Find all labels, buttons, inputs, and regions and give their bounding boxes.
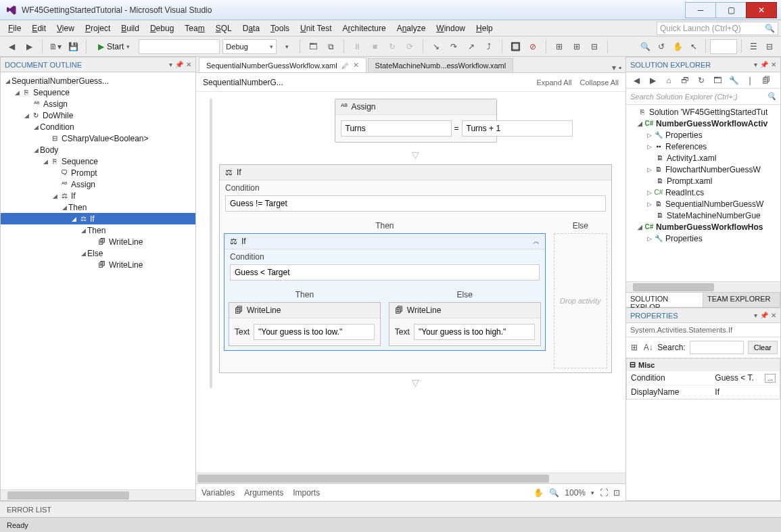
se-item-5[interactable]: 🗎StateMachineNumberGue — [626, 210, 780, 221]
menu-sql[interactable]: SQL — [210, 22, 237, 35]
tb-button-9[interactable]: ⊞ — [569, 39, 584, 54]
menu-window[interactable]: Window — [431, 22, 471, 35]
props-value[interactable]: Guess < T. — [715, 373, 753, 383]
tab-close-icon[interactable]: ✕ — [353, 61, 359, 70]
tree-root[interactable]: ◢SequentialNumberGuess... — [1, 75, 195, 87]
tb-button-14[interactable]: ⊟ — [762, 39, 777, 54]
minimize-button[interactable]: ─ — [685, 2, 716, 18]
writeline-then-activity[interactable]: 🗐WriteLine Text — [229, 302, 381, 346]
step-over-button[interactable]: ↷ — [446, 39, 461, 54]
se-btn-5[interactable]: 🗐 — [759, 73, 774, 88]
designer-canvas[interactable]: ᴬᴮAssign = ▽ ⚖If Condition Then — [196, 92, 625, 473]
tree-if2[interactable]: ◢⚖If — [1, 213, 195, 224]
se-proj2[interactable]: ◢C#NumberGuessWorkflowHos — [626, 221, 780, 233]
expand-all-link[interactable]: Expand All — [537, 78, 572, 87]
dropdown-icon[interactable]: ▾ — [754, 61, 757, 68]
dropdown-icon[interactable]: ▾ — [169, 61, 172, 68]
tb-button-1[interactable]: ▾ — [279, 39, 294, 54]
pin-icon[interactable]: 📌 — [175, 61, 183, 68]
close-panel-icon[interactable]: ✕ — [771, 61, 776, 68]
se-search-input[interactable]: Search Solution Explorer (Ctrl+;) 🔍 — [626, 89, 780, 105]
pin-icon[interactable]: 📌 — [760, 61, 768, 68]
tab-statemachine[interactable]: StateMachineNumb...essWorkflow.xaml — [368, 58, 514, 72]
arguments-link[interactable]: Arguments — [244, 488, 283, 498]
se-item-3[interactable]: ▷C#ReadInt.cs — [626, 187, 780, 198]
collapse-all-link[interactable]: Collapse All — [580, 78, 619, 87]
step-into-button[interactable]: ↘ — [429, 39, 444, 54]
writeline-then-text-input[interactable] — [254, 324, 375, 340]
inner-if-activity[interactable]: ⚖If︽ Condition Then 🗐WriteLine — [224, 233, 546, 351]
se-back-button[interactable]: ◀ — [629, 73, 644, 88]
assign-value-input[interactable] — [462, 120, 573, 137]
tb-button-7[interactable]: ⊘ — [525, 39, 540, 54]
se-item-1[interactable]: ▷🗎FlowchartNumberGuessW — [626, 164, 780, 175]
outer-if-condition-input[interactable] — [225, 195, 606, 212]
error-list-tab[interactable]: ERROR LIST — [0, 501, 781, 517]
tree-csharp[interactable]: ⊟CSharpValue<Boolean> — [1, 132, 195, 144]
tree-sequence[interactable]: ◢⎘Sequence — [1, 87, 195, 98]
pause-button[interactable]: ⏸ — [350, 39, 364, 54]
tab-solution-explorer[interactable]: SOLUTION EXPLOR... — [626, 293, 703, 307]
menu-unit-test[interactable]: Unit Test — [295, 22, 337, 35]
props-cat-button[interactable]: ⊞ — [629, 340, 639, 355]
close-button[interactable]: ✕ — [746, 2, 777, 18]
tabs-dropdown-icon[interactable]: ▾ — [612, 63, 616, 72]
se-item-2[interactable]: 🗎Prompt.xaml — [626, 175, 780, 187]
variables-link[interactable]: Variables — [202, 488, 235, 498]
menu-view[interactable]: View — [51, 22, 80, 35]
tree-if[interactable]: ◢⚖If — [1, 190, 195, 201]
nav-fwd-button[interactable]: ▶ — [22, 39, 37, 54]
tb-button-10[interactable]: ⊟ — [587, 39, 602, 54]
find-button[interactable]: 🔍 — [638, 39, 653, 54]
menu-edit[interactable]: Edit — [26, 22, 51, 35]
tb-button-13[interactable]: ☰ — [746, 39, 761, 54]
menu-tools[interactable]: Tools — [265, 22, 295, 35]
menu-file[interactable]: File — [3, 22, 26, 35]
se-references[interactable]: ▷▪▪References — [626, 141, 780, 152]
close-panel-icon[interactable]: ✕ — [186, 61, 191, 68]
overview-icon[interactable]: ⊡ — [613, 488, 620, 498]
props-category-misc[interactable]: ⊟Misc — [627, 359, 780, 370]
pin-icon[interactable]: 📌 — [760, 312, 768, 319]
step-out-button[interactable]: ↗ — [464, 39, 479, 54]
tree-assign2[interactable]: ᴬᴮAssign — [1, 178, 195, 190]
tabs-overflow-icon[interactable]: ▪ — [619, 63, 621, 72]
se-btn-1[interactable]: 🗗 — [678, 73, 692, 88]
menu-help[interactable]: Help — [471, 22, 498, 35]
se-properties[interactable]: ▷🔧Properties — [626, 129, 780, 141]
tree-else[interactable]: ◢Else — [1, 247, 195, 259]
tb-button-11[interactable]: ↺ — [654, 39, 669, 54]
restart-button[interactable]: ↻ — [385, 39, 400, 54]
inner-if-condition-input[interactable] — [230, 264, 540, 281]
tree-prompt[interactable]: 🗨Prompt — [1, 167, 195, 178]
props-search-input[interactable] — [690, 341, 744, 354]
writeline-else-activity[interactable]: 🗐WriteLine Text — [389, 302, 541, 346]
build-config-select[interactable]: Debug ▾ — [222, 39, 277, 54]
fit-icon[interactable]: ⛶ — [600, 488, 608, 498]
save-all-button[interactable]: 💾 — [66, 39, 80, 54]
tb-button-5[interactable]: ⤴ — [481, 39, 496, 54]
se-hscroll[interactable] — [626, 281, 780, 292]
maximize-button[interactable]: ▢ — [715, 2, 747, 18]
cursor-button[interactable]: ↖ — [686, 39, 701, 54]
stop-button[interactable]: ■ — [367, 39, 382, 54]
zoom-value[interactable]: 100% — [565, 488, 586, 498]
se-proj1[interactable]: ◢C#NumberGuessWorkflowActiv — [626, 118, 780, 129]
menu-build[interactable]: Build — [116, 22, 145, 35]
new-project-button[interactable]: 🗎▾ — [48, 39, 63, 54]
tb-button-8[interactable]: ⊞ — [552, 39, 567, 54]
tb-select[interactable] — [710, 39, 737, 54]
writeline-else-text-input[interactable] — [414, 324, 535, 340]
menu-project[interactable]: Project — [80, 22, 116, 35]
props-az-button[interactable]: A↓ — [643, 340, 653, 355]
outer-if-activity[interactable]: ⚖If Condition Then ⚖If︽ Condition — [219, 164, 612, 373]
tree-condition[interactable]: ◢Condition — [1, 121, 195, 132]
se-fwd-button[interactable]: ▶ — [645, 73, 660, 88]
else-dropzone[interactable]: Drop activity — [554, 233, 607, 368]
se-item-0[interactable]: 🗎Activity1.xaml — [626, 152, 780, 164]
start-debug-button[interactable]: ▶ Start ▾ — [92, 39, 136, 54]
props-clear-button[interactable]: Clear — [748, 341, 778, 354]
se-solution[interactable]: ⎘Solution 'WF45GettingStartedTut — [626, 106, 780, 118]
props-row-displayname[interactable]: DisplayName If — [627, 385, 780, 399]
solution-config-select[interactable] — [139, 39, 220, 54]
